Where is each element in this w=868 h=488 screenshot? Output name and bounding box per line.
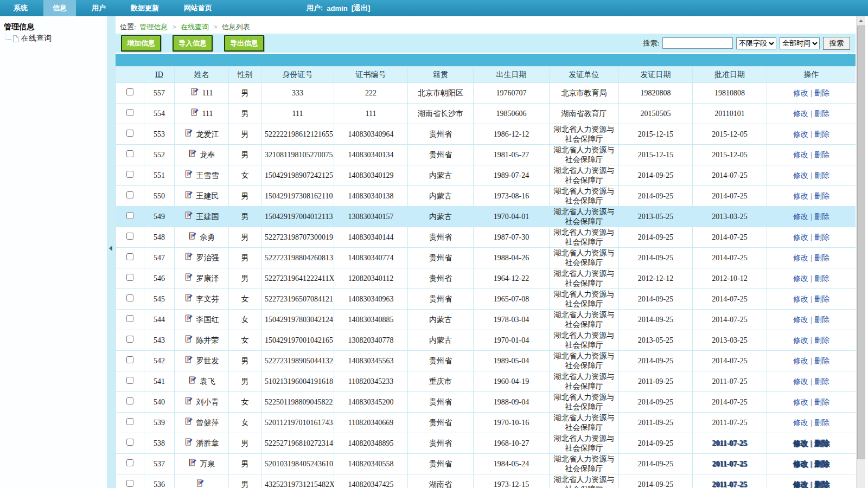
search-button[interactable]: 搜索 [823, 37, 850, 50]
sort-id-link[interactable]: ID [155, 70, 163, 79]
row-checkbox[interactable] [126, 274, 133, 281]
export-info-button[interactable]: 导出信息 [224, 35, 264, 52]
doc-edit-icon[interactable] [188, 232, 197, 243]
delete-link[interactable]: 删除 [814, 480, 829, 488]
doc-edit-icon[interactable] [188, 376, 197, 387]
edit-link[interactable]: 修改 [793, 151, 808, 159]
row-checkbox[interactable] [126, 439, 133, 446]
delete-link[interactable]: 删除 [814, 357, 829, 365]
row-checkbox[interactable] [126, 171, 133, 178]
row-checkbox[interactable] [126, 377, 133, 384]
breadcrumb-link-online-query[interactable]: 在线查询 [181, 23, 209, 31]
delete-link[interactable]: 删除 [814, 171, 829, 179]
tab-users[interactable]: 用户 [82, 0, 115, 16]
delete-link[interactable]: 删除 [814, 336, 829, 344]
delete-link[interactable]: 删除 [814, 151, 829, 159]
row-checkbox[interactable] [126, 336, 133, 343]
tab-info[interactable]: 信息 [43, 0, 76, 16]
edit-link[interactable]: 修改 [793, 295, 808, 303]
edit-link[interactable]: 修改 [793, 192, 808, 200]
edit-link[interactable]: 修改 [793, 254, 808, 262]
delete-link[interactable]: 删除 [814, 254, 829, 262]
doc-edit-icon[interactable] [184, 438, 193, 449]
row-checkbox[interactable] [126, 130, 133, 137]
doc-edit-icon[interactable] [188, 149, 197, 160]
delete-link[interactable]: 删除 [814, 439, 829, 447]
row-checkbox[interactable] [126, 480, 133, 487]
scroll-up-button[interactable] [857, 16, 865, 25]
tab-data-update[interactable]: 数据更新 [122, 0, 168, 16]
doc-edit-icon[interactable] [184, 129, 193, 140]
delete-link[interactable]: 删除 [814, 295, 829, 303]
doc-edit-icon[interactable] [184, 417, 193, 428]
sidebar-splitter[interactable] [107, 16, 116, 488]
breadcrumb-link-manage-info[interactable]: 管理信息 [139, 23, 168, 31]
edit-link[interactable]: 修改 [793, 274, 808, 282]
tab-system[interactable]: 系统 [4, 0, 37, 16]
edit-link[interactable]: 修改 [793, 89, 808, 97]
row-checkbox[interactable] [126, 191, 133, 198]
edit-link[interactable]: 修改 [793, 336, 808, 344]
doc-edit-icon[interactable] [184, 293, 193, 305]
row-checkbox[interactable] [126, 233, 133, 240]
delete-link[interactable]: 删除 [814, 213, 829, 221]
edit-link[interactable]: 修改 [793, 171, 808, 179]
edit-link[interactable]: 修改 [793, 439, 808, 447]
delete-link[interactable]: 删除 [814, 110, 829, 118]
delete-link[interactable]: 删除 [814, 316, 829, 324]
edit-link[interactable]: 修改 [793, 110, 808, 118]
row-checkbox[interactable] [126, 150, 133, 157]
edit-link[interactable]: 修改 [793, 357, 808, 365]
row-checkbox[interactable] [126, 356, 133, 363]
delete-link[interactable]: 删除 [814, 89, 829, 97]
delete-link[interactable]: 删除 [814, 192, 829, 200]
delete-link[interactable]: 删除 [814, 398, 829, 406]
doc-edit-icon[interactable] [184, 335, 193, 346]
doc-edit-icon[interactable] [184, 355, 193, 367]
edit-link[interactable]: 修改 [793, 130, 808, 138]
field-filter-select[interactable]: 不限字段 [736, 37, 776, 49]
edit-link[interactable]: 修改 [793, 213, 808, 221]
import-info-button[interactable]: 导入信息 [173, 35, 213, 52]
doc-edit-icon[interactable] [184, 190, 193, 202]
row-checkbox[interactable] [126, 212, 133, 219]
row-checkbox[interactable] [126, 315, 133, 322]
search-input[interactable] [662, 37, 733, 49]
edit-link[interactable]: 修改 [793, 377, 808, 386]
tab-site-home[interactable]: 网站首页 [175, 0, 221, 16]
doc-edit-icon[interactable] [188, 458, 197, 470]
delete-link[interactable]: 删除 [814, 377, 829, 386]
edit-link[interactable]: 修改 [793, 316, 808, 324]
row-checkbox[interactable] [126, 88, 133, 95]
row-checkbox[interactable] [126, 109, 133, 116]
collapse-sidebar-icon[interactable] [109, 246, 112, 251]
delete-link[interactable]: 删除 [814, 130, 829, 138]
time-filter-select[interactable]: 全部时间 [780, 37, 820, 49]
edit-link[interactable]: 修改 [793, 233, 808, 241]
row-checkbox[interactable] [126, 459, 133, 466]
edit-link[interactable]: 修改 [793, 460, 808, 468]
row-checkbox[interactable] [126, 418, 133, 425]
add-info-button[interactable]: 增加信息 [121, 35, 161, 52]
row-checkbox[interactable] [126, 397, 133, 404]
doc-edit-icon[interactable] [184, 314, 193, 325]
row-checkbox[interactable] [126, 294, 133, 301]
delete-link[interactable]: 删除 [814, 419, 829, 427]
doc-edit-icon[interactable] [184, 211, 193, 222]
doc-edit-icon[interactable] [184, 170, 193, 181]
doc-edit-icon[interactable] [184, 273, 193, 284]
edit-link[interactable]: 修改 [793, 419, 808, 427]
doc-edit-icon[interactable] [190, 108, 199, 119]
sidebar-item-online-query[interactable]: 在线查询 [5, 34, 107, 43]
delete-link[interactable]: 删除 [814, 233, 829, 241]
delete-link[interactable]: 删除 [814, 274, 829, 282]
doc-edit-icon[interactable] [184, 252, 193, 264]
edit-link[interactable]: 修改 [793, 480, 808, 488]
row-checkbox[interactable] [126, 253, 133, 260]
delete-link[interactable]: 删除 [814, 460, 829, 468]
doc-edit-icon[interactable] [184, 396, 193, 408]
doc-edit-icon[interactable] [190, 87, 199, 99]
edit-link[interactable]: 修改 [793, 398, 808, 406]
logout-link[interactable]: [退出] [352, 3, 371, 13]
doc-edit-icon[interactable] [196, 479, 205, 488]
